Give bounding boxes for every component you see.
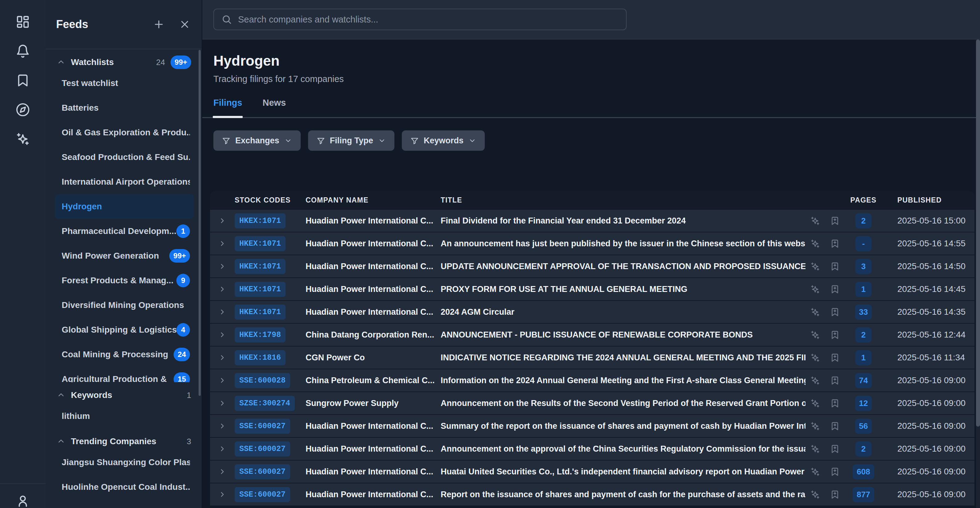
sidebar-item[interactable]: Forest Products & Manag... 9 bbox=[55, 268, 194, 293]
bookmark-add-icon[interactable] bbox=[824, 421, 845, 431]
sidebar-item[interactable]: Oil & Gas Exploration & Produ... bbox=[55, 120, 194, 145]
table-row[interactable]: HKEX:1071 Huadian Power International C.… bbox=[210, 300, 974, 323]
stock-code-chip[interactable]: SSE:600027 bbox=[235, 419, 290, 434]
add-feed-icon[interactable] bbox=[153, 19, 165, 30]
stock-code-chip[interactable]: SSE:600028 bbox=[235, 373, 290, 388]
bookmark-add-icon[interactable] bbox=[824, 490, 845, 499]
table-row[interactable]: HKEX:1071 Huadian Power International C.… bbox=[210, 255, 974, 278]
sidebar-item[interactable]: Hydrogen bbox=[55, 194, 194, 219]
expand-chevron-icon[interactable] bbox=[210, 491, 235, 498]
ai-summary-icon[interactable] bbox=[805, 398, 824, 408]
filing-type-filter-button[interactable]: Filing Type bbox=[308, 130, 395, 151]
bookmark-add-icon[interactable] bbox=[824, 398, 845, 408]
ai-summary-icon[interactable] bbox=[805, 353, 824, 362]
sidebar-item[interactable]: Agricultural Production & 15 bbox=[55, 367, 194, 382]
exchanges-filter-button[interactable]: Exchanges bbox=[213, 130, 301, 151]
pages-count[interactable]: 12 bbox=[855, 396, 872, 411]
expand-chevron-icon[interactable] bbox=[210, 217, 235, 225]
bookmark-add-icon[interactable] bbox=[824, 239, 845, 248]
ai-summary-icon[interactable] bbox=[805, 467, 824, 476]
stock-code-chip[interactable]: HKEX:1816 bbox=[235, 350, 286, 365]
bookmark-add-icon[interactable] bbox=[824, 262, 845, 271]
ai-summary-icon[interactable] bbox=[805, 239, 824, 248]
table-row[interactable]: SZSE:300274 Sungrow Power Supply Announc… bbox=[210, 392, 974, 414]
stock-code-chip[interactable]: HKEX:1071 bbox=[235, 282, 286, 297]
table-row[interactable]: SSE:600027 Huadian Power International C… bbox=[210, 460, 974, 483]
pages-count[interactable]: 2 bbox=[856, 213, 872, 229]
tab-news[interactable]: News bbox=[262, 98, 286, 117]
stock-code-chip[interactable]: HKEX:1071 bbox=[235, 259, 286, 274]
expand-chevron-icon[interactable] bbox=[210, 285, 235, 293]
table-row[interactable]: HKEX:1798 China Datang Corporation Ren..… bbox=[210, 323, 974, 346]
ai-summary-icon[interactable] bbox=[805, 444, 824, 454]
ai-summary-icon[interactable] bbox=[805, 307, 824, 317]
sidebar-item[interactable]: Pharmaceutical Developm... 1 bbox=[55, 219, 194, 243]
expand-chevron-icon[interactable] bbox=[210, 240, 235, 248]
expand-chevron-icon[interactable] bbox=[210, 308, 235, 316]
stock-code-chip[interactable]: SSE:600027 bbox=[235, 487, 290, 502]
bookmark-add-icon[interactable] bbox=[824, 284, 845, 294]
compass-icon[interactable] bbox=[16, 103, 30, 117]
sidebar-item[interactable]: Batteries bbox=[55, 95, 194, 120]
search-input[interactable] bbox=[238, 14, 619, 25]
sparkles-icon[interactable] bbox=[16, 132, 30, 146]
stock-code-chip[interactable]: HKEX:1798 bbox=[235, 327, 286, 343]
pages-count[interactable]: 1 bbox=[856, 282, 872, 297]
ai-summary-icon[interactable] bbox=[805, 284, 824, 294]
bookmark-add-icon[interactable] bbox=[824, 444, 845, 454]
stock-code-chip[interactable]: HKEX:1071 bbox=[235, 305, 286, 320]
pages-count[interactable]: - bbox=[856, 236, 872, 251]
ai-summary-icon[interactable] bbox=[805, 216, 824, 225]
ai-summary-icon[interactable] bbox=[805, 421, 824, 431]
table-row[interactable]: HKEX:1071 Huadian Power International C.… bbox=[210, 209, 974, 232]
stock-code-chip[interactable]: SZSE:300274 bbox=[235, 396, 295, 411]
bell-icon[interactable] bbox=[16, 44, 30, 58]
bookmark-icon[interactable] bbox=[16, 73, 30, 87]
expand-chevron-icon[interactable] bbox=[210, 376, 235, 384]
sidebar-item[interactable]: Test watchlist bbox=[55, 71, 194, 95]
bookmark-add-icon[interactable] bbox=[824, 467, 845, 476]
dashboard-icon[interactable] bbox=[16, 15, 30, 29]
pages-count[interactable]: 608 bbox=[853, 464, 874, 479]
expand-chevron-icon[interactable] bbox=[210, 354, 235, 362]
stock-code-chip[interactable]: SSE:600027 bbox=[235, 464, 290, 479]
stock-code-chip[interactable]: SSE:600027 bbox=[235, 441, 290, 457]
sidebar-item[interactable]: Coal Mining & Processing 24 bbox=[55, 342, 194, 367]
sidebar-item[interactable]: Seafood Production & Feed Su... bbox=[55, 145, 194, 170]
main-scrollbar-track[interactable] bbox=[976, 40, 980, 508]
sidebar-section-header[interactable]: Trending Companies 3 bbox=[55, 433, 194, 450]
pages-count[interactable]: 33 bbox=[855, 305, 872, 320]
sidebar-item[interactable]: Global Shipping & Logistics 4 bbox=[55, 318, 194, 342]
ai-summary-icon[interactable] bbox=[805, 262, 824, 271]
close-icon[interactable] bbox=[179, 19, 191, 30]
pages-count[interactable]: 1 bbox=[856, 350, 872, 365]
bookmark-add-icon[interactable] bbox=[824, 307, 845, 317]
pages-count[interactable]: 74 bbox=[855, 373, 872, 388]
expand-chevron-icon[interactable] bbox=[210, 399, 235, 407]
tab-filings[interactable]: Filings bbox=[213, 98, 242, 117]
expand-chevron-icon[interactable] bbox=[210, 445, 235, 453]
pages-count[interactable]: 3 bbox=[856, 259, 872, 274]
bookmark-add-icon[interactable] bbox=[824, 353, 845, 362]
pages-count[interactable]: 56 bbox=[855, 419, 872, 434]
table-row[interactable]: SSE:600027 Huadian Power International C… bbox=[210, 437, 974, 460]
main-scrollbar-thumb[interactable] bbox=[976, 40, 980, 427]
sidebar-item[interactable]: International Airport Operations bbox=[55, 170, 194, 194]
user-icon[interactable] bbox=[16, 494, 30, 508]
table-row[interactable]: HKEX:1816 CGN Power Co INDICATIVE NOTICE… bbox=[210, 346, 974, 369]
bookmark-add-icon[interactable] bbox=[824, 216, 845, 225]
stock-code-chip[interactable]: HKEX:1071 bbox=[235, 213, 286, 229]
sidebar-section-header[interactable]: Keywords 1 bbox=[55, 387, 194, 404]
pages-count[interactable]: 2 bbox=[856, 441, 872, 457]
search-box[interactable] bbox=[213, 9, 627, 30]
pages-count[interactable]: 2 bbox=[856, 327, 872, 343]
ai-summary-icon[interactable] bbox=[805, 330, 824, 340]
table-row[interactable]: HKEX:1071 Huadian Power International C.… bbox=[210, 232, 974, 255]
table-row[interactable]: HKEX:1071 Huadian Power International C.… bbox=[210, 278, 974, 300]
sidebar-section-header[interactable]: Watchlists 24 99+ bbox=[55, 54, 194, 71]
sidebar-item[interactable]: Huolinhe Opencut Coal Indust... bbox=[55, 475, 194, 499]
ai-summary-icon[interactable] bbox=[805, 376, 824, 385]
keywords-filter-button[interactable]: Keywords bbox=[402, 130, 485, 151]
sidebar-item[interactable]: Diversified Mining Operations bbox=[55, 293, 194, 318]
pages-count[interactable]: 877 bbox=[853, 487, 874, 502]
